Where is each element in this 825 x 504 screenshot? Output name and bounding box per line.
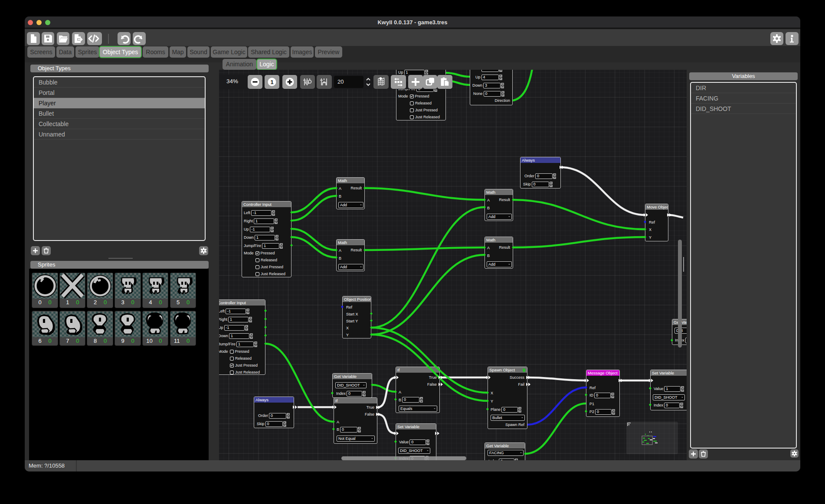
svg-text:1: 1 bbox=[270, 79, 273, 85]
